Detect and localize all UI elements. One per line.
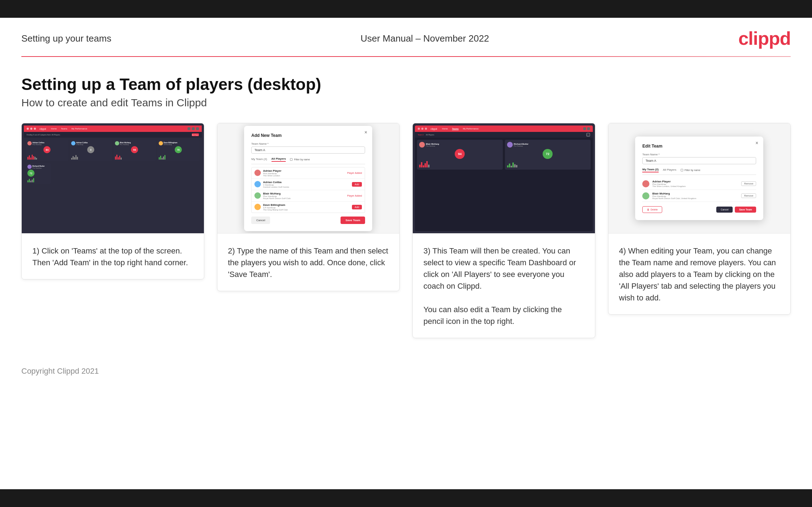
modal4-title: Edit Team xyxy=(642,144,756,149)
modal4-save-team-button[interactable]: Save Team xyxy=(735,207,756,213)
tab-all-players[interactable]: All Players xyxy=(271,157,286,162)
player-added-3: Player Added xyxy=(347,194,362,197)
player-list: Adrian Player Plus HandicapThe Shire Lon… xyxy=(251,167,365,213)
player-club-4: 3.8 HandicapThe Ging Maing Golf Club xyxy=(263,207,350,211)
player-name-2: Adrian Coliba xyxy=(263,181,350,184)
modal4-input[interactable]: Team A xyxy=(642,157,756,164)
player-avatar-2 xyxy=(254,181,261,187)
page-subtitle: How to create and edit Teams in Clippd xyxy=(21,97,791,109)
remove-player-button-2[interactable]: Remove xyxy=(741,193,756,198)
clippd-logo: clippd xyxy=(738,28,791,49)
delete-label: Delete xyxy=(650,208,658,211)
player-details-1: Adrian Player Plus HandicapThe Shire Lon… xyxy=(263,169,345,177)
filter-label: Filter by name xyxy=(294,158,310,161)
screenshot-4: × Edit Team Team Name * Team A My Team (… xyxy=(608,123,791,234)
screenshot-2: × Add New Team Team Name * Team A My Tea… xyxy=(217,123,400,234)
modal4-player-avatar-2 xyxy=(642,192,649,199)
filter-checkbox[interactable] xyxy=(290,158,292,161)
card-4: × Edit Team Team Name * Team A My Team (… xyxy=(608,123,791,315)
delete-team-button[interactable]: 🗑 Delete xyxy=(642,206,662,213)
team-name-label: Team Name * xyxy=(251,142,365,145)
modal4-footer: 🗑 Delete Cancel Save Team xyxy=(642,206,756,213)
player-row-1: Adrian Player Plus HandicapThe Shire Lon… xyxy=(252,167,365,179)
cards-container: clippd Home Teams My Performance Finding… xyxy=(0,123,812,359)
modal4-tabs: My Team (2) All Players Filter by name xyxy=(642,168,756,175)
modal4-player-name-1: Adrian Player xyxy=(652,180,738,183)
header: Setting up your teams User Manual – Nove… xyxy=(0,18,812,56)
team-name-input[interactable]: Team A xyxy=(251,146,365,154)
edit-team-modal: × Edit Team Team Name * Team A My Team (… xyxy=(635,137,763,220)
player-row-4: Dave Billingham 3.8 HandicapThe Ging Mai… xyxy=(252,202,365,213)
player-row-2: Adrian Coliba 1 HandicapCentral London G… xyxy=(252,179,365,190)
card-1: clippd Home Teams My Performance Finding… xyxy=(21,123,204,279)
modal-title: Add New Team xyxy=(251,133,365,138)
modal4-close-icon[interactable]: × xyxy=(755,140,758,146)
add-player-button-2[interactable]: Add xyxy=(352,182,362,187)
card-2-text: 2) Type the name of this Team and then s… xyxy=(217,234,400,291)
modal4-label: Team Name * xyxy=(642,153,756,156)
header-manual-title: User Manual – November 2022 xyxy=(360,33,489,44)
tab-my-team[interactable]: My Team (2) xyxy=(251,158,267,161)
modal4-player-info-2: Plus HandicapRoyal North Devon Golf Club… xyxy=(652,195,738,199)
card-3: clippd Home Teams My Performance Team A xyxy=(412,123,595,338)
modal4-player-info-1: Plus HandicapThe Shire London, United Ki… xyxy=(652,183,738,187)
page-title: Setting up a Team of players (desktop) xyxy=(21,75,791,94)
card-3-text: 3) This Team will then be created. You c… xyxy=(413,234,595,338)
screenshot-1: clippd Home Teams My Performance Finding… xyxy=(22,123,204,234)
add-team-modal: × Add New Team Team Name * Team A My Tea… xyxy=(244,126,372,231)
card-4-text: 4) When editing your Team, you can chang… xyxy=(608,234,791,314)
modal4-player-name-2: Blair McHarg xyxy=(652,192,738,195)
modal4-cancel-button[interactable]: Cancel xyxy=(716,207,733,213)
modal4-filter: Filter by name xyxy=(681,169,700,171)
page-title-section: Setting up a Team of players (desktop) H… xyxy=(0,57,812,123)
modal4-player-details-2: Blair McHarg Plus HandicapRoyal North De… xyxy=(652,192,738,199)
ss1-topbar: clippd Home Teams My Performance xyxy=(24,126,202,132)
player-tabs: My Team (2) All Players Filter by name xyxy=(251,157,365,164)
top-bar xyxy=(0,0,812,18)
modal4-player-details-1: Adrian Player Plus HandicapThe Shire Lon… xyxy=(652,180,738,187)
modal4-player-row-2: Blair McHarg Plus HandicapRoyal North De… xyxy=(642,190,756,202)
remove-player-button-1[interactable]: Remove xyxy=(741,181,756,186)
player-club-2: 1 HandicapCentral London Golf Centre xyxy=(263,184,350,188)
modal-close-icon[interactable]: × xyxy=(364,129,367,135)
add-player-button-4[interactable]: Add xyxy=(352,205,362,209)
player-details-4: Dave Billingham 3.8 HandicapThe Ging Mai… xyxy=(263,203,350,211)
card-2: × Add New Team Team Name * Team A My Tea… xyxy=(217,123,400,291)
trash-icon: 🗑 xyxy=(647,208,649,211)
player-avatar-1 xyxy=(254,170,261,176)
player-avatar-3 xyxy=(254,192,261,199)
bottom-bar xyxy=(0,489,812,507)
header-section-label: Setting up your teams xyxy=(21,33,111,44)
player-details-2: Adrian Coliba 1 HandicapCentral London G… xyxy=(263,181,350,188)
modal4-filter-checkbox[interactable] xyxy=(681,169,683,171)
player-avatar-4 xyxy=(254,204,261,210)
screenshot-3: clippd Home Teams My Performance Team A xyxy=(413,123,595,234)
card-1-text: 1) Click on 'Teams' at the top of the sc… xyxy=(22,234,204,279)
save-team-button[interactable]: Save Team xyxy=(341,217,365,224)
player-row-3: Blair McHarg Plus HandicapRoyal North De… xyxy=(252,190,365,202)
filter-by-name: Filter by name xyxy=(290,158,310,161)
player-name-1: Adrian Player xyxy=(263,169,345,172)
modal4-filter-label: Filter by name xyxy=(685,169,700,171)
modal4-tab-my-team[interactable]: My Team (2) xyxy=(642,168,659,172)
modal4-tab-all-players[interactable]: All Players xyxy=(663,168,676,172)
cancel-button[interactable]: Cancel xyxy=(251,217,270,224)
player-club-1: Plus HandicapThe Shire London xyxy=(263,172,345,177)
copyright-text: Copyright Clippd 2021 xyxy=(21,367,99,375)
player-club-3: Plus HandicapRoyal North Devon Golf Club xyxy=(263,195,345,199)
modal4-player-row-1: Adrian Player Plus HandicapThe Shire Lon… xyxy=(642,178,756,190)
modal-footer: Cancel Save Team xyxy=(251,217,365,224)
player-details-3: Blair McHarg Plus HandicapRoyal North De… xyxy=(263,192,345,199)
player-name-4: Dave Billingham xyxy=(263,203,350,207)
footer: Copyright Clippd 2021 xyxy=(0,359,812,386)
player-name-3: Blair McHarg xyxy=(263,192,345,195)
modal4-player-avatar-1 xyxy=(642,180,649,187)
player-added-1: Player Added xyxy=(347,172,362,174)
